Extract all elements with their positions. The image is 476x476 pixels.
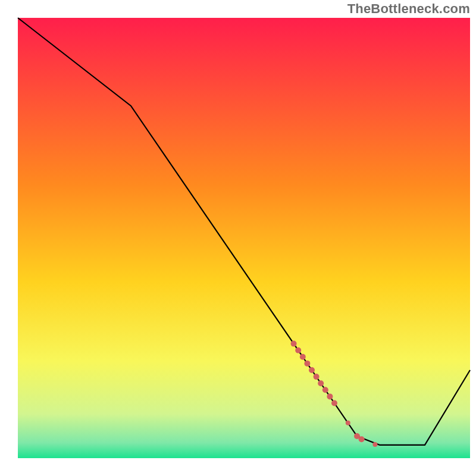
bottleneck-chart xyxy=(0,0,476,476)
data-marker xyxy=(309,367,315,373)
watermark-text: TheBottleneck.com xyxy=(347,1,470,17)
data-marker xyxy=(318,380,324,386)
data-marker xyxy=(359,436,365,442)
chart-container: TheBottleneck.com xyxy=(0,0,476,476)
data-marker xyxy=(372,442,377,447)
data-marker xyxy=(346,421,350,425)
plot-background xyxy=(18,18,470,458)
data-marker xyxy=(304,361,310,367)
data-marker xyxy=(314,374,320,380)
data-marker xyxy=(300,354,306,360)
data-marker xyxy=(291,341,297,347)
data-marker xyxy=(322,387,328,393)
data-marker xyxy=(327,393,333,399)
data-marker xyxy=(295,347,301,353)
data-marker xyxy=(331,400,337,406)
